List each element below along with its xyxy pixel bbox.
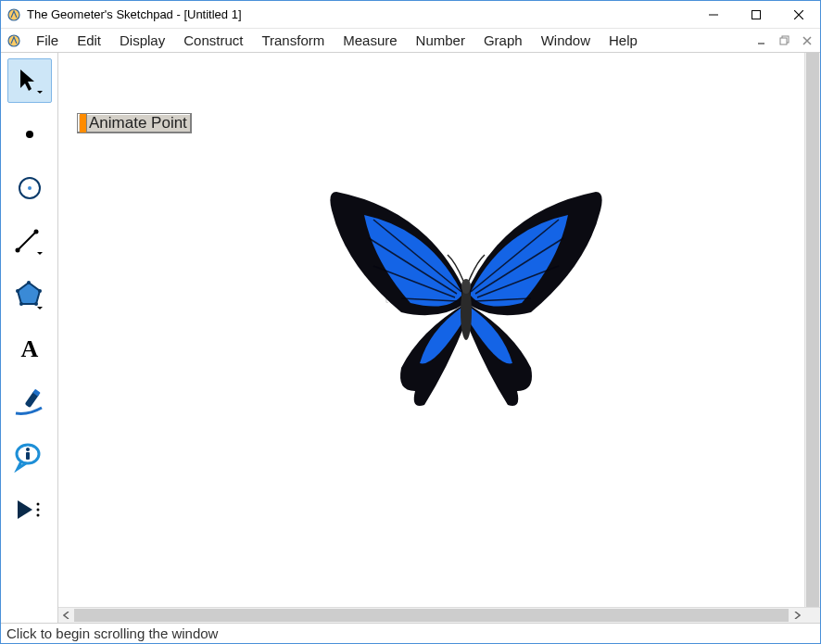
straightedge-tool[interactable] — [7, 220, 52, 264]
custom-tool-icon — [14, 497, 45, 524]
app-icon — [6, 7, 21, 22]
maximize-button[interactable] — [735, 1, 777, 29]
polygon-icon — [14, 280, 45, 311]
menu-graph[interactable]: Graph — [474, 30, 532, 51]
button-stripe — [80, 114, 87, 133]
animate-point-label: Animate Point — [87, 114, 189, 133]
point-icon — [19, 123, 41, 145]
main-body: A — [1, 53, 820, 623]
chevron-left-icon — [63, 612, 70, 619]
svg-point-11 — [33, 230, 38, 234]
svg-point-17 — [16, 289, 19, 293]
butterfly-image — [318, 183, 614, 423]
canvas[interactable]: Animate Point X | I tem.com — [58, 53, 820, 607]
point-tool[interactable] — [7, 112, 52, 157]
hscroll-left-arrow[interactable] — [58, 608, 74, 623]
svg-point-28 — [461, 279, 471, 294]
vscroll-track[interactable] — [805, 53, 820, 607]
mdi-restore-button[interactable] — [776, 32, 794, 49]
menu-window[interactable]: Window — [532, 30, 600, 51]
minimize-button[interactable] — [692, 1, 735, 29]
scroll-corner — [804, 608, 820, 623]
status-text: Click to begin scrolling the window — [6, 625, 218, 641]
marker-tool[interactable] — [7, 381, 52, 425]
svg-point-24 — [36, 503, 39, 506]
custom-tool[interactable] — [7, 488, 52, 533]
app-window: The Geometer's Sketchpad - [Untitled 1] … — [0, 0, 821, 644]
canvas-wrap: Animate Point X | I tem.com — [58, 53, 820, 623]
horizontal-scrollbar[interactable] — [58, 607, 820, 623]
menubar: File Edit Display Construct Transform Me… — [1, 29, 820, 53]
menu-help[interactable]: Help — [600, 30, 647, 51]
mdi-close-icon — [802, 36, 812, 45]
hscroll-right-arrow[interactable] — [789, 608, 804, 623]
hscroll-thumb[interactable] — [74, 609, 789, 622]
mdi-close-button[interactable] — [798, 32, 816, 49]
svg-line-9 — [18, 232, 36, 250]
menu-number[interactable]: Number — [407, 30, 474, 51]
vertical-scrollbar[interactable] — [804, 53, 820, 607]
text-icon: A — [17, 336, 43, 362]
text-tool[interactable]: A — [7, 327, 52, 372]
information-tool[interactable] — [7, 435, 52, 479]
maximize-icon — [752, 10, 761, 19]
svg-point-6 — [26, 131, 33, 138]
arrow-tool[interactable] — [7, 58, 52, 103]
menu-display[interactable]: Display — [110, 30, 174, 51]
mdi-minimize-icon — [758, 36, 767, 45]
close-icon — [794, 10, 803, 19]
svg-marker-12 — [18, 283, 40, 304]
svg-point-22 — [26, 448, 30, 451]
window-title: The Geometer's Sketchpad - [Untitled 1] — [27, 7, 242, 21]
minimize-icon — [709, 10, 718, 19]
menu-measure[interactable]: Measure — [334, 30, 406, 51]
doc-icon — [6, 33, 21, 48]
svg-point-8 — [28, 186, 32, 190]
animate-point-button[interactable]: Animate Point — [77, 113, 192, 133]
menu-transform[interactable]: Transform — [252, 30, 334, 51]
compass-tool[interactable] — [7, 166, 52, 210]
svg-point-10 — [15, 248, 19, 253]
toolbox: A — [1, 53, 58, 623]
chevron-right-icon — [793, 612, 801, 619]
menu-construct[interactable]: Construct — [174, 30, 252, 51]
line-icon — [14, 226, 45, 258]
vscroll-thumb[interactable] — [806, 53, 819, 607]
mdi-restore-icon — [779, 35, 790, 46]
svg-point-25 — [36, 509, 39, 511]
hscroll-track[interactable] — [74, 608, 789, 623]
svg-rect-1 — [752, 10, 761, 19]
marker-icon — [14, 387, 45, 419]
mdi-minimize-button[interactable] — [753, 32, 772, 49]
statusbar: Click to begin scrolling the window — [1, 623, 820, 643]
svg-point-14 — [38, 289, 42, 293]
svg-point-26 — [36, 514, 39, 517]
svg-point-16 — [19, 302, 23, 306]
compass-icon — [16, 174, 44, 202]
svg-point-13 — [27, 281, 31, 284]
svg-rect-23 — [26, 452, 30, 460]
close-button[interactable] — [777, 1, 820, 29]
info-icon — [14, 441, 45, 473]
polygon-tool[interactable] — [7, 273, 52, 318]
svg-rect-5 — [780, 38, 787, 44]
svg-text:A: A — [20, 336, 38, 362]
titlebar: The Geometer's Sketchpad - [Untitled 1] — [1, 1, 820, 29]
arrow-icon — [14, 65, 45, 96]
svg-rect-3 — [758, 43, 764, 44]
svg-point-15 — [34, 302, 38, 306]
menu-edit[interactable]: Edit — [68, 30, 110, 51]
menu-file[interactable]: File — [27, 30, 68, 51]
